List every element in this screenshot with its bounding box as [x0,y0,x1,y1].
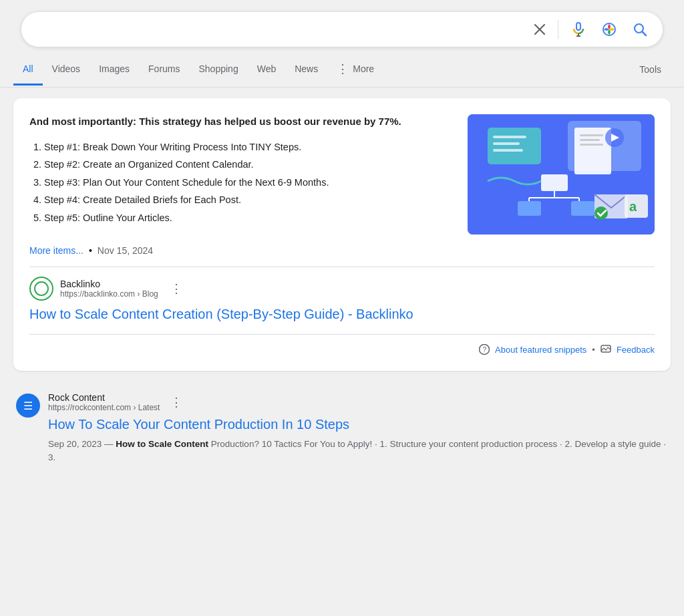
rock-content-icon: ☰ [23,400,33,412]
about-snippets-link[interactable]: About featured snippets [495,345,586,355]
nav-tabs: All Videos Images Forums Shopping Web Ne… [0,52,684,88]
tab-web[interactable]: Web [248,54,286,86]
svg-point-28 [594,206,608,220]
favicon-inner [34,281,49,296]
clear-button[interactable] [531,21,548,38]
second-result-info: Rock Content https://rockcontent.com › L… [48,392,668,465]
tab-all[interactable]: All [13,54,43,86]
source-menu-button[interactable]: ⋮ [170,281,182,296]
search-input[interactable]: how to scale content creation [33,23,531,37]
svg-rect-18 [493,142,520,145]
microphone-button[interactable] [568,19,589,40]
tab-videos[interactable]: Videos [43,54,90,86]
source-info: Backlinko https://backlinko.com › Blog [60,279,158,299]
snippet-list: Step #1: Break Down Your Writing Process… [29,139,452,226]
svg-rect-11 [580,134,603,136]
second-source-name-url: Rock Content https://rockcontent.com › L… [48,392,160,412]
icon-divider [558,20,558,39]
source-favicon [29,277,53,301]
svg-rect-22 [571,201,594,216]
lens-button[interactable] [598,19,620,40]
snippet-image: a [468,114,655,235]
svg-rect-20 [541,174,568,191]
list-item: Step #5: Outline Your Articles. [44,210,452,226]
search-button[interactable] [629,19,651,40]
source-row: Backlinko https://backlinko.com › Blog ⋮ [29,277,655,301]
footer-divider [29,334,655,335]
list-item: Step #3: Plan Out Your Content Schedule … [44,174,452,191]
svg-line-7 [643,32,647,36]
microphone-icon [570,21,586,37]
snippet-footer: ? About featured snippets • Feedback [29,344,655,355]
tab-images[interactable]: Images [90,54,139,86]
svg-rect-17 [493,136,526,138]
footer-bullet: • [592,345,595,355]
featured-snippet-card: And most importantly: This strategy has … [13,98,671,371]
dots-icon: ⋮ [337,61,349,76]
svg-rect-16 [488,128,541,164]
close-icon [534,23,546,35]
svg-text:?: ? [483,346,487,353]
tab-shopping[interactable]: Shopping [190,54,248,86]
second-source-url: https://rockcontent.com › Latest [48,403,160,412]
svg-rect-12 [580,139,600,141]
svg-rect-13 [580,144,603,146]
svg-text:a: a [629,199,637,214]
question-icon: ? [479,344,490,355]
second-result: ☰ Rock Content https://rockcontent.com ›… [13,381,671,476]
tab-more[interactable]: ⋮ More [327,52,383,88]
tab-forums[interactable]: Forums [139,54,189,86]
list-item: Step #2: Create an Organized Content Cal… [44,156,452,173]
search-icon [632,21,648,37]
snippet-text: And most importantly: This strategy has … [29,114,452,235]
more-items-link[interactable]: More items... [29,245,83,256]
feedback-link[interactable]: Feedback [617,345,655,355]
second-result-card: ☰ Rock Content https://rockcontent.com ›… [16,392,668,465]
snippet-divider [29,267,655,267]
second-source-row: Rock Content https://rockcontent.com › L… [48,392,668,412]
snippet-body: And most importantly: This strategy has … [29,114,655,235]
second-source-name: Rock Content [48,392,160,403]
source-url: https://backlinko.com › Blog [60,289,158,299]
svg-rect-2 [576,23,580,30]
lens-icon [601,21,617,37]
tools-tab[interactable]: Tools [630,55,671,84]
result-title[interactable]: How to Scale Content Creation (Step-By-S… [29,305,655,323]
feedback-icon [601,344,611,355]
second-menu-button[interactable]: ⋮ [170,395,182,410]
svg-rect-21 [518,201,541,216]
more-items-row: More items... • Nov 15, 2024 [29,245,655,256]
second-favicon: ☰ [16,394,40,418]
search-icons [531,19,651,40]
snippet-bold-text: And most importantly: This strategy has … [29,114,452,130]
snippet-date: Nov 15, 2024 [98,245,153,256]
main-content: And most importantly: This strategy has … [0,88,684,486]
tab-news[interactable]: News [285,54,327,86]
list-item: Step #1: Break Down Your Writing Process… [44,139,452,156]
second-result-description: Sep 20, 2023 — How to Scale Content Prod… [48,438,668,465]
second-result-title[interactable]: How To Scale Your Content Production In … [48,415,668,434]
svg-rect-19 [493,149,523,152]
search-bar: how to scale content creation [21,12,663,47]
source-name: Backlinko [60,279,158,289]
dot-separator: • [89,245,92,256]
list-item: Step #4: Create Detailed Briefs for Each… [44,192,452,208]
